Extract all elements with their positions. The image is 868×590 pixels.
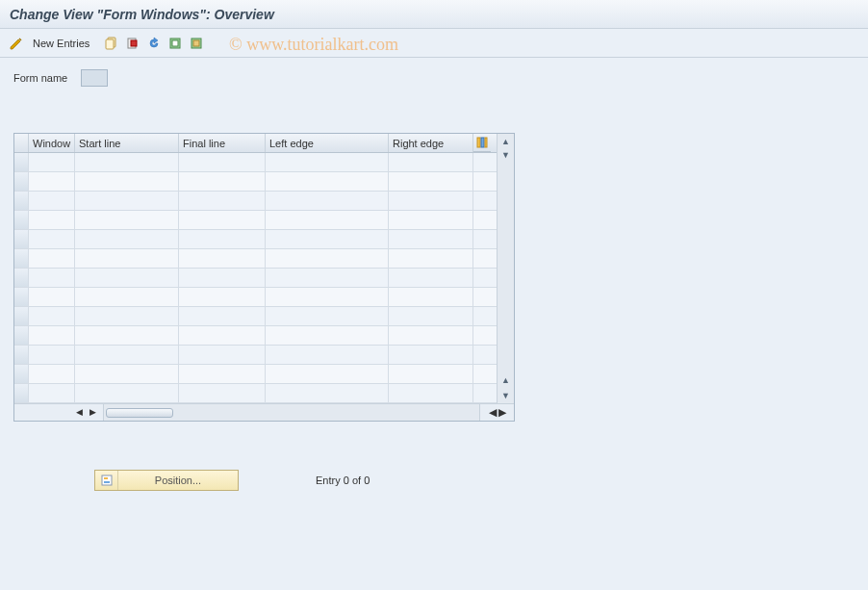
select-all-icon[interactable] [166,35,184,52]
cell-start-line[interactable] [75,153,179,171]
cell-right-edge[interactable] [389,230,473,248]
cell-right-edge[interactable] [389,249,473,268]
cell-window[interactable] [29,249,75,268]
cell-left-edge[interactable] [266,269,389,287]
table-row[interactable] [14,307,497,326]
table-row[interactable] [14,288,497,307]
cell-start-line[interactable] [75,288,179,306]
cell-start-line[interactable] [75,326,179,345]
delete-icon[interactable] [124,35,141,52]
cell-right-edge[interactable] [389,211,473,229]
cell-left-edge[interactable] [266,365,389,383]
cell-start-line[interactable] [75,346,179,364]
cell-right-edge[interactable] [389,346,473,364]
row-selector[interactable] [14,346,29,364]
table-row[interactable] [14,249,497,269]
row-selector[interactable] [14,288,29,306]
cell-final-line[interactable] [179,269,266,287]
table-row[interactable] [14,269,497,288]
scroll-right-arrow-icon[interactable]: ▶ [89,407,101,419]
cell-window[interactable] [29,269,75,287]
cell-window[interactable] [29,211,75,229]
cell-left-edge[interactable] [266,307,389,325]
cell-left-edge[interactable] [266,153,389,171]
cell-left-edge[interactable] [266,172,389,191]
column-header-window[interactable]: Window [29,134,75,152]
row-selector[interactable] [14,365,29,383]
scroll-up-arrow-bottom-icon[interactable]: ▲ [498,372,514,388]
cell-start-line[interactable] [75,230,179,248]
configure-columns-icon[interactable] [473,134,491,152]
row-selector[interactable] [14,269,29,287]
table-row[interactable] [14,211,497,230]
position-button[interactable]: Position... [94,470,239,491]
cell-window[interactable] [29,326,75,345]
row-selector[interactable] [14,172,29,191]
cell-window[interactable] [29,365,75,383]
cell-final-line[interactable] [179,230,266,248]
cell-right-edge[interactable] [389,269,473,287]
cell-start-line[interactable] [75,384,179,402]
copy-as-icon[interactable] [103,35,120,52]
row-selector[interactable] [14,307,29,325]
cell-right-edge[interactable] [389,365,473,383]
cell-final-line[interactable] [179,384,266,402]
cell-left-edge[interactable] [266,288,389,306]
cell-start-line[interactable] [75,307,179,325]
cell-final-line[interactable] [179,192,266,210]
table-row[interactable] [14,172,497,192]
scroll-left-arrow-end-icon[interactable]: ◀ [489,406,497,419]
cell-start-line[interactable] [75,269,179,287]
table-row[interactable] [14,153,497,172]
table-row[interactable] [14,326,497,346]
cell-right-edge[interactable] [389,153,473,171]
undo-change-icon[interactable] [145,35,163,52]
cell-left-edge[interactable] [266,211,389,229]
column-header-left-edge[interactable]: Left edge [266,134,389,152]
select-all-rows-cell[interactable] [14,134,29,152]
cell-window[interactable] [29,384,75,402]
cell-left-edge[interactable] [266,346,389,364]
cell-left-edge[interactable] [266,230,389,248]
cell-left-edge[interactable] [266,384,389,402]
cell-final-line[interactable] [179,326,266,345]
cell-right-edge[interactable] [389,307,473,325]
cell-left-edge[interactable] [266,249,389,268]
scroll-down-arrow-bottom-icon[interactable]: ▼ [498,388,514,403]
cell-left-edge[interactable] [266,192,389,210]
cell-window[interactable] [29,288,75,306]
deselect-all-icon[interactable] [188,35,205,52]
cell-window[interactable] [29,192,75,210]
column-header-right-edge[interactable]: Right edge [389,134,473,152]
cell-window[interactable] [29,230,75,248]
form-name-input[interactable] [81,69,108,87]
row-selector[interactable] [14,326,29,345]
row-selector[interactable] [14,230,29,248]
column-header-start-line[interactable]: Start line [75,134,179,152]
cell-final-line[interactable] [179,365,266,383]
cell-left-edge[interactable] [266,326,389,345]
cell-final-line[interactable] [179,307,266,325]
cell-window[interactable] [29,172,75,191]
cell-right-edge[interactable] [389,288,473,306]
cell-final-line[interactable] [179,211,266,229]
cell-window[interactable] [29,153,75,171]
new-entries-button[interactable]: New Entries [29,38,93,49]
cell-start-line[interactable] [75,172,179,191]
cell-final-line[interactable] [179,346,266,364]
vertical-scrollbar[interactable]: ▲ ▼ ▲ ▼ [497,134,514,403]
table-row[interactable] [14,365,497,384]
table-row[interactable] [14,384,497,403]
cell-right-edge[interactable] [389,192,473,210]
row-selector[interactable] [14,384,29,402]
row-selector[interactable] [14,211,29,229]
hscroll-thumb[interactable] [106,408,173,418]
cell-start-line[interactable] [75,249,179,268]
scroll-down-arrow-icon[interactable]: ▼ [498,147,514,163]
cell-final-line[interactable] [179,288,266,306]
cell-right-edge[interactable] [389,172,473,191]
horizontal-scrollbar[interactable]: ◀ ▶ ◀ ▶ [14,403,514,421]
cell-window[interactable] [29,346,75,364]
cell-right-edge[interactable] [389,384,473,402]
row-selector[interactable] [14,153,29,171]
